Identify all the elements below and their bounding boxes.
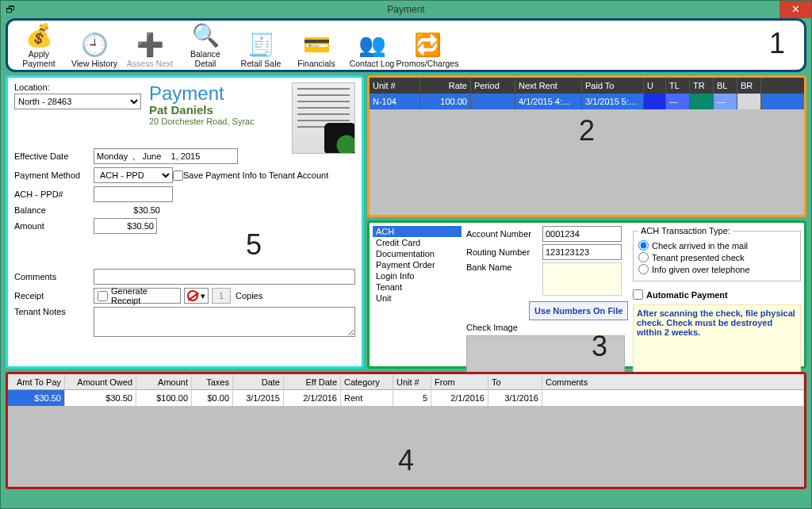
col-date[interactable]: Date bbox=[233, 374, 284, 390]
ledger-row[interactable]: $30.50 $30.50 $100.00 $0.00 3/1/2015 2/1… bbox=[8, 390, 804, 406]
col-comments[interactable]: Comments bbox=[542, 374, 804, 390]
cell-date: 3/1/2015 bbox=[233, 390, 284, 406]
tab-ach[interactable]: ACH bbox=[373, 226, 462, 237]
col-period[interactable]: Period bbox=[471, 78, 515, 94]
ach-type-presented-label: Tenant presented check bbox=[652, 253, 745, 262]
tab-payment-order[interactable]: Payment Order bbox=[373, 259, 462, 270]
cell-amount: $100.00 bbox=[136, 390, 192, 406]
financials-button[interactable]: 💳 Financials bbox=[290, 30, 343, 68]
col-category[interactable]: Category bbox=[341, 374, 393, 390]
title-bar: 🗗 Payment ✕ bbox=[1, 1, 811, 18]
balance-detail-button[interactable]: 🔍 Balance Detail bbox=[179, 21, 232, 68]
bank-name-display bbox=[542, 262, 622, 296]
ach-panel: ACH Credit Card Documentation Payment Or… bbox=[367, 220, 806, 369]
close-button[interactable]: ✕ bbox=[779, 1, 811, 18]
effective-date-input[interactable] bbox=[94, 148, 238, 164]
generate-receipt-control[interactable]: Generate Receipt bbox=[94, 288, 181, 304]
routing-number-input[interactable] bbox=[542, 244, 622, 260]
location-select[interactable]: North - 28463 bbox=[14, 94, 141, 109]
detail-tab-list: ACH Credit Card Documentation Payment Or… bbox=[373, 226, 462, 363]
col-taxes[interactable]: Taxes bbox=[192, 374, 233, 390]
promos-icon: 🔁 bbox=[414, 30, 442, 59]
apply-payment-label: Apply Payment bbox=[13, 49, 65, 68]
ach-ppd-input[interactable] bbox=[94, 186, 173, 202]
document-icon bbox=[292, 82, 355, 154]
col-tr[interactable]: TR bbox=[690, 78, 714, 94]
tab-unit[interactable]: Unit bbox=[373, 293, 462, 304]
cell-next-rent: 4/1/2015 4:… bbox=[515, 94, 582, 109]
comments-input[interactable] bbox=[94, 269, 355, 285]
cell-tr bbox=[690, 94, 714, 109]
assess-icon: ➕ bbox=[136, 30, 164, 59]
view-history-label: View History bbox=[71, 59, 117, 68]
col-amt-to-pay[interactable]: Amt To Pay bbox=[8, 374, 65, 390]
payment-method-select[interactable]: ACH - PPD bbox=[94, 167, 173, 183]
contact-log-button[interactable]: 👥 Contact Log bbox=[346, 30, 398, 68]
col-unit-num[interactable]: Unit # bbox=[393, 374, 431, 390]
assess-next-button: ➕ Assess Next bbox=[124, 30, 176, 68]
view-history-button[interactable]: 🕘 View History bbox=[68, 30, 121, 68]
tab-documentation[interactable]: Documentation bbox=[373, 248, 462, 259]
retail-sale-button[interactable]: 🧾 Retail Sale bbox=[235, 30, 287, 68]
tab-tenant[interactable]: Tenant bbox=[373, 281, 462, 293]
ach-type-mail-radio[interactable] bbox=[638, 240, 649, 251]
cell-rate: 100.00 bbox=[420, 94, 471, 109]
automatic-payment-checkbox[interactable] bbox=[633, 289, 643, 300]
ach-note: After scanning the check, file physical … bbox=[633, 304, 801, 373]
col-to[interactable]: To bbox=[488, 374, 542, 390]
ach-transaction-type-group: ACH Transaction Type: Check arrived in t… bbox=[633, 226, 801, 281]
cell-category: Rent bbox=[341, 390, 393, 406]
generate-receipt-checkbox[interactable] bbox=[98, 291, 108, 301]
cell-unit: 5 bbox=[393, 390, 431, 406]
units-grid-header: Unit # Rate Period Next Rent Paid To U T… bbox=[370, 78, 804, 94]
units-grid-panel: Unit # Rate Period Next Rent Paid To U T… bbox=[367, 75, 806, 217]
col-amount[interactable]: Amount bbox=[136, 374, 192, 390]
ach-type-presented[interactable]: Tenant presented check bbox=[638, 252, 795, 262]
history-icon: 🕘 bbox=[81, 30, 109, 59]
copies-spinner[interactable]: 1 bbox=[212, 288, 231, 304]
tenant-notes-input[interactable] bbox=[94, 307, 355, 337]
use-numbers-on-file-button[interactable]: Use Numbers On File bbox=[529, 301, 628, 320]
col-tl[interactable]: TL bbox=[666, 78, 690, 94]
ach-type-phone[interactable]: Info given over telephone bbox=[638, 264, 795, 274]
col-paid-to[interactable]: Paid To bbox=[582, 78, 644, 94]
comments-label: Comments bbox=[14, 272, 94, 281]
col-from[interactable]: From bbox=[431, 374, 488, 390]
toolbar: 💰 Apply Payment 🕘 View History ➕ Assess … bbox=[6, 18, 806, 72]
assess-next-label: Assess Next bbox=[127, 59, 173, 68]
col-br[interactable]: BR bbox=[737, 78, 761, 94]
save-info-checkbox[interactable] bbox=[173, 170, 183, 181]
col-rate[interactable]: Rate bbox=[420, 78, 471, 94]
tab-credit-card[interactable]: Credit Card bbox=[373, 237, 462, 248]
retail-sale-label: Retail Sale bbox=[241, 59, 282, 68]
automatic-payment-row[interactable]: Automatic Payment bbox=[633, 289, 801, 300]
cell-amt-to-pay: $30.50 bbox=[8, 390, 65, 406]
ach-type-phone-label: Info given over telephone bbox=[652, 265, 750, 274]
tab-login-info[interactable]: Login Info bbox=[373, 270, 462, 281]
app-icon: 🗗 bbox=[6, 4, 15, 15]
ach-type-phone-radio[interactable] bbox=[638, 264, 649, 274]
zone-marker-4: 4 bbox=[398, 444, 414, 477]
receipt-label: Receipt bbox=[14, 291, 94, 300]
col-next-rent[interactable]: Next Rent bbox=[515, 78, 582, 94]
account-number-label: Account Number bbox=[466, 229, 542, 239]
col-bl[interactable]: BL bbox=[714, 78, 737, 94]
financials-label: Financials bbox=[297, 59, 335, 68]
chevron-down-icon: ▾ bbox=[201, 291, 205, 301]
col-eff-date[interactable]: Eff Date bbox=[284, 374, 341, 390]
col-u[interactable]: U bbox=[644, 78, 666, 94]
receipt-type-dropdown[interactable]: ▾ bbox=[184, 288, 209, 304]
ach-type-mail[interactable]: Check arrived in the mail bbox=[638, 240, 795, 251]
promos-charges-button[interactable]: 🔁 Promos/Charges bbox=[401, 30, 454, 68]
units-grid-row[interactable]: N-104 100.00 4/1/2015 4:… 3/1/2015 5:… -… bbox=[370, 94, 804, 109]
ach-type-presented-radio[interactable] bbox=[638, 252, 649, 262]
zone-marker-2: 2 bbox=[579, 114, 595, 147]
apply-payment-button[interactable]: 💰 Apply Payment bbox=[13, 21, 65, 68]
money-hand-icon: 💰 bbox=[25, 21, 53, 49]
col-unit[interactable]: Unit # bbox=[370, 78, 420, 94]
ledger-panel: Amt To Pay Amount Owed Amount Taxes Date… bbox=[6, 372, 806, 489]
account-number-input[interactable] bbox=[542, 226, 622, 242]
amount-input[interactable] bbox=[94, 218, 157, 234]
col-amount-owed[interactable]: Amount Owed bbox=[65, 374, 136, 390]
cell-amount-owed: $30.50 bbox=[65, 390, 136, 406]
